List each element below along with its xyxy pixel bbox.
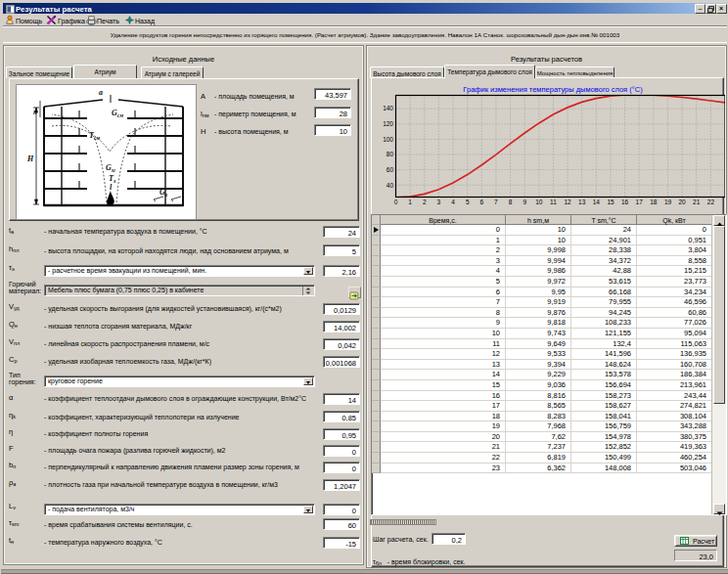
svg-text:100: 100 bbox=[383, 136, 393, 143]
svg-text:13: 13 bbox=[578, 199, 586, 205]
svg-text:9: 9 bbox=[523, 199, 526, 205]
svg-text:11: 11 bbox=[550, 199, 557, 205]
svg-text:80: 80 bbox=[387, 151, 394, 157]
svg-text:h: h bbox=[33, 109, 37, 115]
svg-text:H: H bbox=[26, 155, 34, 163]
svg-text:1: 1 bbox=[408, 199, 412, 205]
svg-text:12: 12 bbox=[564, 199, 571, 205]
svg-text:10: 10 bbox=[535, 199, 543, 205]
svg-text:18: 18 bbox=[650, 199, 658, 205]
svg-text:16: 16 bbox=[621, 199, 629, 205]
svg-text:8: 8 bbox=[509, 199, 513, 205]
svg-text:120: 120 bbox=[383, 120, 393, 127]
svg-text:20: 20 bbox=[678, 199, 686, 205]
svg-text:60: 60 bbox=[387, 166, 394, 173]
svg-text:5: 5 bbox=[466, 199, 470, 205]
svg-text:7: 7 bbox=[494, 199, 498, 205]
svg-text:Gзг: Gзг bbox=[106, 163, 115, 173]
svg-text:21: 21 bbox=[693, 199, 701, 205]
svg-text:График изменения температуры д: График изменения температуры дымового сл… bbox=[463, 85, 643, 94]
svg-text:Gсм: Gсм bbox=[112, 109, 123, 118]
svg-text:15: 15 bbox=[607, 199, 614, 205]
svg-text:a: a bbox=[99, 88, 103, 97]
svg-text:40: 40 bbox=[387, 182, 394, 189]
svg-text:l: l bbox=[110, 183, 113, 192]
svg-text:4: 4 bbox=[451, 199, 455, 205]
svg-text:19: 19 bbox=[664, 199, 672, 205]
svg-text:6: 6 bbox=[479, 199, 483, 205]
svg-text:2: 2 bbox=[423, 199, 427, 205]
svg-text:3: 3 bbox=[437, 199, 441, 205]
svg-text:Tсм: Tсм bbox=[89, 131, 100, 141]
svg-text:140: 140 bbox=[383, 105, 393, 111]
svg-text:14: 14 bbox=[593, 199, 601, 205]
svg-text:0: 0 bbox=[394, 199, 398, 205]
svg-text:22: 22 bbox=[707, 199, 715, 205]
svg-text:17: 17 bbox=[636, 199, 644, 205]
